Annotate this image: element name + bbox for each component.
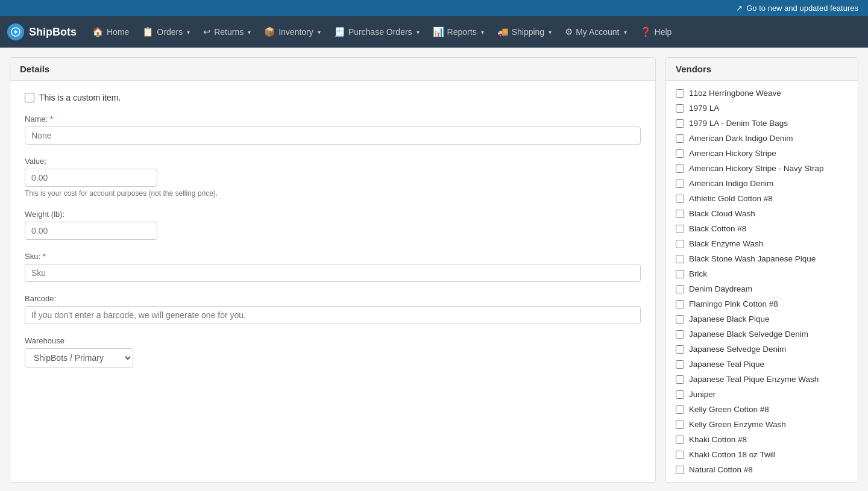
nav-item-shipping[interactable]: 🚚 Shipping ▾ (491, 23, 558, 41)
vendor-label-v11[interactable]: Black Enzyme Wash (689, 239, 763, 248)
vendor-label-v8[interactable]: Athletic Gold Cotton #8 (689, 194, 773, 203)
vendor-label-v3[interactable]: 1979 LA - Denim Tote Bags (689, 119, 788, 128)
vendor-label-v9[interactable]: Black Cloud Wash (689, 209, 755, 218)
vendor-list-item[interactable]: Japanese Black Selvedge Denim (666, 327, 858, 342)
vendor-list-item[interactable]: Natural Cotton #8 (666, 462, 858, 477)
vendor-checkbox-v25[interactable] (676, 451, 684, 459)
warehouse-select[interactable]: ShipBots / Primary (25, 348, 133, 367)
vendor-checkbox-v23[interactable] (676, 421, 684, 429)
vendor-label-v24[interactable]: Khaki Cotton #8 (689, 435, 747, 444)
vendor-list-item[interactable]: Kelly Green Cotton #8 (666, 402, 858, 417)
custom-item-label[interactable]: This is a custom item. (39, 93, 121, 102)
vendor-label-v15[interactable]: Flamingo Pink Cotton #8 (689, 299, 778, 308)
vendor-checkbox-v2[interactable] (676, 104, 684, 113)
vendor-checkbox-v12[interactable] (676, 255, 684, 263)
vendor-label-v13[interactable]: Brick (689, 269, 707, 278)
value-input[interactable] (25, 169, 157, 187)
vendor-checkbox-v26[interactable] (676, 466, 684, 474)
vendor-label-v14[interactable]: Denim Daydream (689, 284, 752, 293)
vendor-checkbox-v22[interactable] (676, 405, 684, 414)
vendor-label-v18[interactable]: Japanese Selvedge Denim (689, 345, 786, 354)
vendor-checkbox-v10[interactable] (676, 225, 684, 233)
sku-input[interactable] (25, 264, 641, 282)
vendor-label-v5[interactable]: American Hickory Stripe (689, 149, 776, 158)
vendor-label-v4[interactable]: American Dark Indigo Denim (689, 134, 793, 143)
vendor-list-item[interactable]: American Indigo Denim (666, 176, 858, 191)
nav-item-my-account[interactable]: ⚙ My Account ▾ (559, 23, 632, 41)
vendor-checkbox-v11[interactable] (676, 240, 684, 248)
vendor-checkbox-v14[interactable] (676, 285, 684, 293)
custom-item-checkbox[interactable] (25, 93, 34, 102)
vendor-label-v6[interactable]: American Hickory Stripe - Navy Strap (689, 164, 824, 173)
vendor-list-item[interactable]: Athletic Gold Cotton #8 (666, 191, 858, 206)
vendor-checkbox-v24[interactable] (676, 436, 684, 444)
vendor-label-v21[interactable]: Juniper (689, 390, 715, 399)
name-input[interactable] (25, 127, 641, 145)
barcode-input[interactable] (25, 306, 641, 324)
vendor-checkbox-v8[interactable] (676, 195, 684, 203)
vendor-list-item[interactable]: 11oz Herringbone Weave (666, 86, 858, 101)
vendor-label-v20[interactable]: Japanese Teal Pique Enzyme Wash (689, 375, 819, 384)
nav-item-reports[interactable]: 📊 Reports ▾ (427, 23, 490, 41)
vendor-checkbox-v19[interactable] (676, 360, 684, 369)
vendor-list-item[interactable]: Flamingo Pink Cotton #8 (666, 296, 858, 311)
nav-item-orders[interactable]: 📋 Orders ▾ (136, 23, 196, 41)
vendor-checkbox-v17[interactable] (676, 330, 684, 339)
vendor-list-item[interactable]: Brick (666, 266, 858, 281)
vendor-label-v10[interactable]: Black Cotton #8 (689, 224, 746, 233)
vendor-checkbox-v16[interactable] (676, 315, 684, 324)
vendor-list-item[interactable]: Juniper (666, 387, 858, 402)
brand-logo[interactable]: ShipBots (7, 23, 77, 40)
vendors-panel-header: Vendors (666, 58, 858, 81)
nav-item-inventory[interactable]: 📦 Inventory ▾ (258, 23, 327, 41)
vendor-label-v19[interactable]: Japanese Teal Pique (689, 360, 764, 369)
vendor-list-item[interactable]: Japanese Black Pique (666, 311, 858, 327)
vendor-list-item[interactable]: Black Cotton #8 (666, 221, 858, 236)
nav-item-home[interactable]: 🏠 Home (86, 23, 135, 41)
orders-caret-icon: ▾ (187, 29, 190, 36)
vendor-label-v22[interactable]: Kelly Green Cotton #8 (689, 405, 769, 414)
vendor-checkbox-v6[interactable] (676, 164, 684, 173)
vendor-label-v2[interactable]: 1979 LA (689, 104, 719, 113)
vendor-list-item[interactable]: 1979 LA - Denim Tote Bags (666, 116, 858, 131)
vendor-list-item[interactable]: Khaki Cotton #8 (666, 432, 858, 447)
vendor-list-item[interactable]: Khaki Cotton 18 oz Twill (666, 447, 858, 462)
vendor-checkbox-v5[interactable] (676, 149, 684, 158)
vendor-label-v1[interactable]: 11oz Herringbone Weave (689, 89, 781, 98)
vendor-checkbox-v1[interactable] (676, 89, 684, 98)
vendor-label-v17[interactable]: Japanese Black Selvedge Denim (689, 330, 808, 339)
vendor-checkbox-v9[interactable] (676, 210, 684, 218)
vendor-list-item[interactable]: American Hickory Stripe - Navy Strap (666, 161, 858, 176)
vendor-list-item[interactable]: Black Cloud Wash (666, 206, 858, 221)
vendor-label-v12[interactable]: Black Stone Wash Japanese Pique (689, 254, 816, 263)
vendor-checkbox-v4[interactable] (676, 134, 684, 143)
nav-item-help[interactable]: ❓ Help (634, 23, 678, 41)
value-field-group: Value: This is your cost for account pur… (25, 157, 641, 198)
vendor-checkbox-v3[interactable] (676, 119, 684, 128)
vendor-label-v7[interactable]: American Indigo Denim (689, 179, 773, 188)
vendor-list-item[interactable]: Black Stone Wash Japanese Pique (666, 251, 858, 266)
vendor-checkbox-v21[interactable] (676, 390, 684, 399)
vendor-checkbox-v18[interactable] (676, 345, 684, 354)
vendor-checkbox-v7[interactable] (676, 180, 684, 188)
vendor-list-item[interactable]: Black Enzyme Wash (666, 236, 858, 251)
vendor-list-item[interactable]: Japanese Selvedge Denim (666, 342, 858, 357)
vendor-label-v25[interactable]: Khaki Cotton 18 oz Twill (689, 450, 776, 459)
vendor-label-v26[interactable]: Natural Cotton #8 (689, 465, 753, 474)
weight-input[interactable] (25, 222, 157, 240)
vendor-list-item[interactable]: 1979 LA (666, 101, 858, 116)
vendor-checkbox-v20[interactable] (676, 375, 684, 384)
new-features-link[interactable]: Go to new and updated features (746, 4, 858, 13)
vendor-list-item[interactable]: American Dark Indigo Denim (666, 131, 858, 146)
nav-item-returns[interactable]: ↩ Returns ▾ (197, 23, 257, 41)
vendor-list-item[interactable]: Japanese Teal Pique (666, 357, 858, 372)
vendor-label-v16[interactable]: Japanese Black Pique (689, 314, 770, 324)
vendor-list-item[interactable]: American Hickory Stripe (666, 146, 858, 161)
nav-item-purchase-orders[interactable]: 🧾 Purchase Orders ▾ (328, 23, 426, 41)
vendor-label-v23[interactable]: Kelly Green Enzyme Wash (689, 420, 786, 429)
vendor-checkbox-v13[interactable] (676, 270, 684, 278)
vendor-list-item[interactable]: Kelly Green Enzyme Wash (666, 417, 858, 432)
vendor-list-item[interactable]: Japanese Teal Pique Enzyme Wash (666, 372, 858, 387)
vendor-checkbox-v15[interactable] (676, 300, 684, 308)
vendor-list-item[interactable]: Denim Daydream (666, 281, 858, 296)
